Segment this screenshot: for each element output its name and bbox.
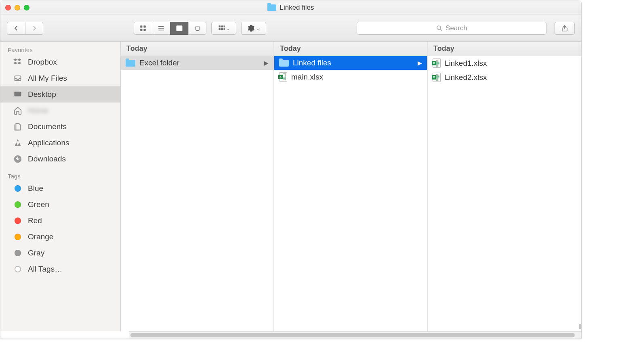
- column-body[interactable]: Linked1.xlsx Linked2.xlsx: [428, 56, 581, 331]
- list-item[interactable]: Linked files ▶: [274, 56, 427, 70]
- sidebar-item-label: Desktop: [28, 90, 56, 99]
- column-browser: Today Excel folder ▶ ‖ Today Linked file…: [121, 42, 581, 331]
- sidebar-item-label: Green: [28, 200, 49, 209]
- folder-icon: [279, 60, 289, 67]
- list-view-button[interactable]: [152, 22, 170, 35]
- forward-button[interactable]: [25, 22, 43, 35]
- column-body[interactable]: Linked files ▶ main.xlsx: [274, 56, 427, 331]
- svg-rect-10: [221, 28, 223, 30]
- svg-rect-8: [224, 25, 225, 27]
- svg-point-12: [437, 26, 441, 29]
- folder-icon: [126, 60, 135, 67]
- search-field[interactable]: Search: [357, 22, 546, 35]
- chevron-down-icon: ⌵: [226, 25, 229, 31]
- documents-icon: [13, 122, 23, 131]
- list-item[interactable]: Linked2.xlsx: [428, 70, 581, 84]
- sidebar-item-home[interactable]: Home: [0, 103, 120, 119]
- list-item[interactable]: main.xlsx: [274, 70, 427, 84]
- share-button[interactable]: [555, 22, 575, 35]
- desktop-icon: [13, 90, 23, 99]
- tag-icon: [13, 200, 23, 209]
- xlsx-icon: [433, 73, 441, 82]
- sidebar-item-desktop[interactable]: Desktop: [0, 86, 120, 103]
- sidebar-tag-red[interactable]: Red: [0, 213, 120, 229]
- back-button[interactable]: [7, 22, 25, 35]
- list-item-label: Linked files: [293, 59, 331, 67]
- column-header: Today: [274, 42, 427, 56]
- sidebar-section-favorites: Favorites: [0, 44, 120, 54]
- folder-icon: [267, 4, 276, 11]
- sidebar-item-label: Downloads: [28, 155, 66, 163]
- svg-rect-11: [224, 28, 225, 30]
- list-item-label: main.xlsx: [291, 73, 323, 82]
- sidebar-item-all-my-files[interactable]: All My Files: [0, 70, 120, 86]
- arrange-button[interactable]: ⌵: [211, 22, 236, 35]
- tag-icon: [13, 232, 23, 241]
- sidebar-tag-orange[interactable]: Orange: [0, 229, 120, 245]
- dropbox-icon: [13, 58, 23, 67]
- svg-rect-6: [219, 25, 221, 27]
- traffic-lights: [5, 5, 29, 10]
- sidebar-item-downloads[interactable]: Downloads: [0, 151, 120, 167]
- sidebar-item-applications[interactable]: Applications: [0, 135, 120, 151]
- home-icon: [13, 106, 23, 115]
- minimize-button[interactable]: [15, 5, 20, 10]
- column-resize-handle[interactable]: ‖: [579, 323, 582, 329]
- list-item-label: Excel folder: [139, 59, 179, 67]
- list-item-label: Linked2.xlsx: [445, 73, 487, 82]
- sidebar-item-label: Gray: [28, 249, 44, 257]
- action-button[interactable]: ⌵: [241, 22, 266, 35]
- column-view-button[interactable]: [170, 22, 188, 35]
- column-header: Today: [428, 42, 581, 56]
- nav-buttons: [7, 22, 43, 35]
- window-title-text: Linked files: [279, 4, 314, 12]
- tag-icon: [13, 249, 23, 257]
- sidebar-item-label: Applications: [28, 138, 69, 147]
- sidebar-tag-gray[interactable]: Gray: [0, 245, 120, 261]
- icon-view-button[interactable]: [134, 22, 152, 35]
- sidebar-item-label: Blue: [28, 184, 43, 193]
- downloads-icon: [13, 155, 23, 163]
- close-button[interactable]: [5, 5, 11, 10]
- content-area: Favorites Dropbox All My Files Desktop: [0, 42, 581, 331]
- xlsx-icon: [279, 72, 287, 82]
- scrollbar-thumb[interactable]: [130, 333, 575, 337]
- tag-icon: [13, 265, 23, 274]
- sidebar-item-label: All Tags…: [28, 265, 62, 274]
- tag-icon: [13, 216, 23, 225]
- column-header: Today: [121, 42, 273, 56]
- coverflow-view-button[interactable]: [188, 22, 206, 35]
- zoom-button[interactable]: [24, 5, 29, 10]
- sidebar-item-label: Home: [28, 106, 48, 115]
- search-placeholder: Search: [445, 24, 467, 32]
- sidebar-tag-all[interactable]: All Tags…: [0, 261, 120, 277]
- list-item[interactable]: Linked1.xlsx: [428, 56, 581, 70]
- chevron-right-icon: ▶: [264, 60, 269, 66]
- column-0: Today Excel folder ▶ ‖: [121, 42, 274, 331]
- sidebar-tag-green[interactable]: Green: [0, 197, 120, 213]
- svg-rect-0: [140, 25, 142, 27]
- sidebar-item-label: Orange: [28, 232, 53, 241]
- sidebar-item-dropbox[interactable]: Dropbox: [0, 54, 120, 70]
- svg-rect-9: [219, 28, 221, 30]
- sidebar-tag-blue[interactable]: Blue: [0, 180, 120, 197]
- sidebar-item-label: Documents: [28, 122, 67, 131]
- sidebar-item-documents[interactable]: Documents: [0, 119, 120, 135]
- tag-icon: [13, 184, 23, 193]
- xlsx-icon: [433, 59, 441, 68]
- tray-icon: [13, 74, 23, 83]
- list-item[interactable]: Excel folder ▶: [121, 56, 273, 70]
- view-mode-segmented: [134, 22, 206, 35]
- chevron-right-icon: ▶: [418, 60, 422, 66]
- sidebar: Favorites Dropbox All My Files Desktop: [0, 42, 121, 331]
- sidebar-item-label: All My Files: [28, 74, 67, 83]
- column-2: Today Linked1.xlsx Linked2.xlsx: [428, 42, 581, 331]
- column-body[interactable]: Excel folder ▶: [121, 56, 273, 331]
- sidebar-item-label: Dropbox: [28, 58, 57, 67]
- search-icon: [436, 25, 443, 32]
- column-1: Today Linked files ▶ main.xlsx ‖: [274, 42, 428, 331]
- horizontal-scrollbar[interactable]: [129, 331, 581, 339]
- svg-rect-7: [221, 25, 223, 27]
- svg-rect-16: [15, 92, 21, 96]
- svg-rect-2: [140, 29, 142, 31]
